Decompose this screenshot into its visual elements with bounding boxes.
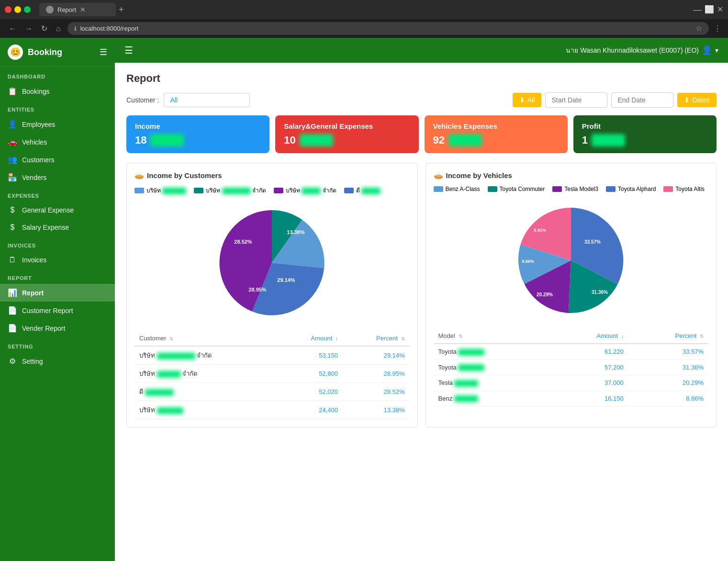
legend-altis: Toyota Altis: [663, 186, 705, 192]
vslice-label-5: 5.92%: [534, 228, 546, 233]
amount-cell: 52,020: [279, 383, 343, 401]
win-min-btn[interactable]: [14, 6, 21, 13]
amount-col-header: Amount ↕: [279, 331, 343, 346]
sort-percent-icon-v[interactable]: ⇅: [700, 334, 704, 339]
model-cell: Benz: [434, 391, 551, 406]
general-expense-icon: $: [8, 206, 17, 214]
bookmark-icon[interactable]: ☆: [695, 24, 702, 33]
blur-1: [162, 188, 186, 194]
start-date-input[interactable]: [545, 92, 607, 108]
sidebar-item-invoices[interactable]: 🗒 Invoices: [0, 251, 115, 269]
back-button[interactable]: ←: [7, 22, 18, 35]
tab-close-icon[interactable]: ✕: [80, 6, 86, 13]
percent-cell: 31.36%: [628, 359, 708, 375]
model-cell: Toyota: [434, 344, 551, 359]
sort-icon[interactable]: ⇅: [169, 336, 173, 341]
income-by-vehicles-title: 🥧 Income by Vehicles: [434, 171, 709, 180]
percent-cell: 28.52%: [343, 383, 410, 401]
sidebar-item-report[interactable]: 📊 Report: [0, 284, 115, 302]
amount-cell: 52,800: [279, 365, 343, 383]
sort-percent-icon[interactable]: ⇅: [401, 336, 405, 341]
vehicles-pie-chart: 33.57% 31.36% 20.29% 8.86% 5.92%: [509, 198, 633, 323]
filters-row: Customer : All ⬇ All ⬇ Dates: [126, 92, 717, 108]
legend-item-2: บริษัท จำกัด: [194, 186, 266, 195]
browser-maximize[interactable]: ⬜: [705, 5, 714, 15]
legend-label-commuter: Toyota Commuter: [500, 186, 545, 192]
sidebar-item-vender-report[interactable]: 📄 Vender Report: [0, 319, 115, 337]
profit-card: Profit 1: [573, 115, 717, 153]
salary-expense-icon: $: [8, 223, 17, 232]
sidebar-menu-icon[interactable]: ☰: [100, 47, 107, 57]
sidebar-item-label: Report: [22, 289, 107, 297]
charts-row: 🥧 Income by Customers บริษัท บริษัท จำกั…: [126, 163, 717, 427]
user-dropdown-icon[interactable]: ▾: [715, 46, 718, 54]
table-row: บริษัท จำกัด 52,800 28.95%: [134, 365, 410, 383]
sidebar-item-setting[interactable]: ⚙ Setting: [0, 352, 115, 370]
user-name: นาย Wasan Khunnadiloksawet (E0007) (EO): [566, 45, 699, 56]
table-row: Toyota 61,220 33.57%: [434, 344, 709, 359]
win-max-btn[interactable]: [24, 6, 31, 13]
percent-cell: 33.57%: [628, 344, 708, 359]
topbar-menu-icon[interactable]: ☰: [124, 45, 133, 56]
dates-download-icon: ⬇: [684, 96, 690, 104]
sort-amount-icon[interactable]: ↕: [336, 336, 338, 341]
browser-close[interactable]: ✕: [717, 5, 723, 15]
refresh-button[interactable]: ↻: [39, 22, 49, 35]
home-button[interactable]: ⌂: [54, 22, 63, 35]
main-content: Report Customer : All ⬇ All: [115, 63, 728, 561]
url-text: localhost:8000/report: [80, 25, 692, 32]
end-date-input[interactable]: [611, 92, 673, 108]
customer-filter-label: Customer :: [126, 96, 159, 104]
customers-icon: 👥: [8, 155, 17, 164]
legend-tesla: Tesla Model3: [552, 186, 598, 192]
summary-cards: Income 18 Salary&General Expenses 10 Veh…: [126, 115, 717, 153]
app-logo: 😊: [8, 45, 23, 60]
dates-button[interactable]: ⬇ Dates: [677, 93, 717, 107]
sidebar-item-employees[interactable]: 👤 Employees: [0, 115, 115, 133]
browser-tab[interactable]: Report ✕: [39, 3, 116, 16]
table-row: บริษัท 24,400 13.38%: [134, 401, 410, 419]
new-tab-icon[interactable]: +: [119, 5, 124, 15]
vrow3-blur: [454, 380, 478, 387]
sidebar-item-label: Customer Report: [22, 307, 107, 314]
sidebar-item-general-expense[interactable]: $ General Expense: [0, 202, 115, 219]
browser-menu-icon[interactable]: ⋮: [714, 24, 721, 33]
customer-select[interactable]: All: [164, 93, 250, 107]
sort-amount-icon-v[interactable]: ↓: [621, 334, 624, 339]
customer-report-icon: 📄: [8, 306, 17, 315]
sidebar-item-label: General Expense: [22, 206, 107, 214]
filter-left: Customer : All: [126, 93, 250, 107]
sidebar-item-salary-expense[interactable]: $ Salary Expense: [0, 219, 115, 236]
win-close-btn[interactable]: [5, 6, 11, 13]
sidebar-item-bookings[interactable]: 📋 Bookings: [0, 82, 115, 100]
legend-color-alphard: [606, 186, 616, 192]
legend-color-3: [274, 188, 283, 193]
amount-cell: 24,400: [279, 401, 343, 419]
amount-cell: 57,200: [551, 359, 628, 375]
sidebar-item-customer-report[interactable]: 📄 Customer Report: [0, 302, 115, 319]
topbar-user: นาย Wasan Khunnadiloksawet (E0007) (EO) …: [566, 45, 718, 56]
section-invoices: INVOICES: [0, 236, 115, 251]
pie-chart-icon-2: 🥧: [434, 171, 443, 180]
percent-col-header: Percent ⇅: [628, 328, 708, 344]
section-entities: ENTITIES: [0, 100, 115, 115]
legend-label-tesla: Tesla Model3: [564, 186, 598, 192]
sidebar-item-customers[interactable]: 👥 Customers: [0, 151, 115, 168]
legend-color-benz: [434, 186, 443, 192]
amount-cell: 37,000: [551, 375, 628, 391]
amount-cell: 16,150: [551, 391, 628, 406]
forward-button[interactable]: →: [23, 22, 34, 35]
legend-label-benz: Benz A-Class: [446, 186, 480, 192]
all-button[interactable]: ⬇ All: [513, 93, 542, 107]
salary-card-title: Salary&General Expenses: [284, 122, 410, 130]
percent-cell: 28.95%: [343, 365, 410, 383]
browser-minimize[interactable]: —: [693, 5, 702, 15]
income-card: Income 18: [126, 115, 269, 153]
legend-color-2: [194, 188, 203, 193]
sidebar-item-label: Invoices: [22, 256, 107, 264]
address-input[interactable]: ℹ localhost:8000/report ☆: [67, 22, 709, 35]
sidebar-item-venders[interactable]: 🏪 Venders: [0, 168, 115, 186]
sidebar-item-vehicles[interactable]: 🚗 Vehicles: [0, 133, 115, 151]
sort-model-icon[interactable]: ⇅: [459, 334, 462, 339]
table-row: Benz 16,150 8.86%: [434, 391, 709, 406]
